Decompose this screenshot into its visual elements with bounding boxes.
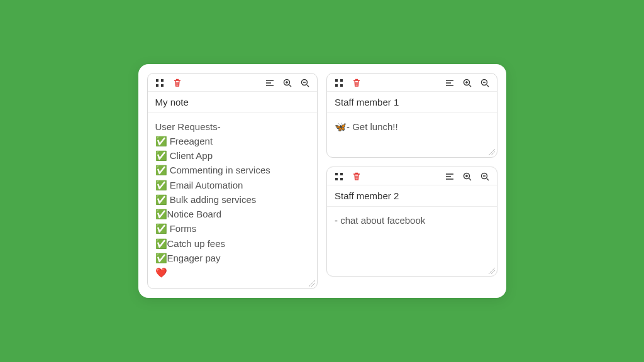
- trash-icon[interactable]: [172, 77, 183, 89]
- svg-rect-14: [335, 178, 338, 180]
- note-title[interactable]: Staff member 2: [327, 185, 497, 207]
- note-body[interactable]: - chat about facebook: [327, 207, 497, 276]
- column-right: Staff member 1 🦋- Get lunch!!: [326, 73, 497, 290]
- note-title[interactable]: Staff member 1: [327, 91, 497, 113]
- svg-rect-6: [335, 79, 338, 82]
- svg-rect-15: [340, 178, 343, 180]
- trash-icon[interactable]: [351, 77, 362, 89]
- note-toolbar: [327, 167, 497, 185]
- note-body[interactable]: 🦋- Get lunch!!: [327, 113, 497, 157]
- drag-handle-icon[interactable]: [154, 77, 165, 89]
- zoom-in-icon[interactable]: [462, 171, 473, 182]
- note-body[interactable]: User Requests- ✅ Freeagent ✅ Client App …: [148, 113, 318, 289]
- toolbar-left: [333, 171, 362, 182]
- note-title[interactable]: My note: [148, 91, 318, 113]
- note-card: Staff member 2 - chat about facebook: [326, 167, 497, 277]
- svg-rect-1: [161, 79, 164, 82]
- column-left: My note User Requests- ✅ Freeagent ✅ Cli…: [147, 73, 318, 290]
- trash-icon[interactable]: [351, 171, 362, 182]
- svg-rect-13: [340, 173, 343, 175]
- svg-rect-0: [156, 79, 158, 82]
- svg-rect-9: [340, 84, 343, 87]
- drag-handle-icon[interactable]: [333, 171, 345, 182]
- align-icon[interactable]: [444, 171, 455, 182]
- svg-rect-7: [340, 79, 343, 82]
- zoom-out-icon[interactable]: [479, 77, 491, 89]
- drag-handle-icon[interactable]: [333, 77, 345, 89]
- note-toolbar: [148, 74, 318, 91]
- toolbar-right: [264, 77, 311, 89]
- toolbar-left: [154, 77, 183, 89]
- zoom-in-icon[interactable]: [462, 77, 473, 89]
- toolbar-right: [444, 171, 491, 182]
- toolbar-right: [444, 77, 491, 89]
- svg-rect-8: [335, 84, 338, 87]
- zoom-out-icon[interactable]: [299, 77, 311, 89]
- align-icon[interactable]: [444, 77, 455, 89]
- zoom-in-icon[interactable]: [282, 77, 293, 89]
- svg-rect-3: [161, 84, 164, 87]
- align-icon[interactable]: [264, 77, 275, 89]
- zoom-out-icon[interactable]: [479, 171, 491, 182]
- note-toolbar: [327, 74, 497, 91]
- note-card: Staff member 1 🦋- Get lunch!!: [326, 73, 497, 158]
- svg-rect-12: [335, 173, 338, 175]
- notes-board: My note User Requests- ✅ Freeagent ✅ Cli…: [138, 64, 506, 299]
- svg-rect-2: [156, 84, 158, 87]
- note-card: My note User Requests- ✅ Freeagent ✅ Cli…: [147, 73, 318, 290]
- toolbar-left: [333, 77, 362, 89]
